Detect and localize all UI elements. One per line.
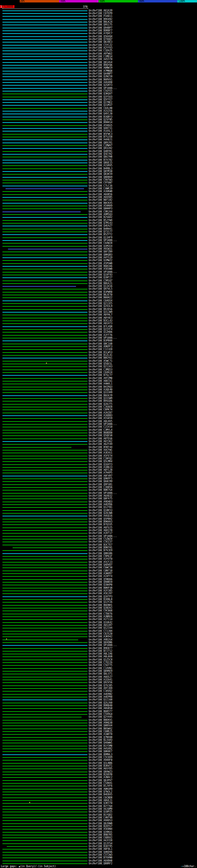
alignment-bar[interactable] bbox=[2, 680, 88, 680]
alignment-bar[interactable] bbox=[2, 315, 88, 315]
alignment-bar[interactable] bbox=[2, 731, 88, 732]
hit-label[interactable]: UniRef100_A4A8J1 bbox=[89, 138, 112, 141]
hit-label[interactable]: UniRef100_Q1N4P0 bbox=[89, 584, 112, 586]
hit-label[interactable]: UniRef100_B2T7Q4 bbox=[89, 805, 112, 808]
alignment-bar[interactable] bbox=[2, 286, 76, 287]
alignment-bar[interactable] bbox=[2, 280, 88, 281]
hit-label[interactable]: UniRef100_Q6VQN6 bbox=[89, 641, 112, 644]
hit-label[interactable]: UniRef100_A3VZ87 bbox=[89, 412, 112, 414]
alignment-bar[interactable] bbox=[2, 677, 88, 677]
alignment-bar[interactable] bbox=[2, 289, 88, 289]
alignment-bar[interactable] bbox=[2, 760, 88, 761]
alignment-bar[interactable] bbox=[2, 97, 88, 97]
hit-label[interactable]: UniRef100_C5U775 bbox=[89, 664, 112, 666]
alignment-bar[interactable] bbox=[2, 843, 88, 844]
alignment-bar[interactable] bbox=[2, 10, 88, 11]
hit-label[interactable]: UniRef100_B2S6D2 bbox=[89, 216, 112, 219]
alignment-bar[interactable] bbox=[2, 493, 88, 494]
hit-label[interactable]: UniRef100_B7GLT7 bbox=[89, 374, 112, 377]
alignment-bar[interactable] bbox=[2, 191, 88, 192]
hit-label[interactable]: UniRef100_A6SYD5 bbox=[89, 768, 112, 770]
alignment-bar[interactable] bbox=[2, 54, 88, 54]
hit-label[interactable]: UniRef100_Q8KGB6 bbox=[89, 552, 112, 555]
alignment-bar[interactable] bbox=[2, 177, 88, 178]
alignment-bar[interactable] bbox=[2, 263, 88, 264]
hit-label[interactable]: UniRef100_UP1000... bbox=[89, 271, 117, 273]
hit-label[interactable]: UniRef100_C1MD14 bbox=[89, 55, 112, 58]
hit-label[interactable]: UniRef100_Q211E5 bbox=[89, 302, 112, 305]
alignment-bar[interactable] bbox=[2, 614, 88, 614]
alignment-bar[interactable] bbox=[2, 125, 88, 126]
hit-label[interactable]: UniRef100_Q7XQQ7 bbox=[89, 38, 112, 41]
hit-label[interactable]: UniRef100_C3G6E8 bbox=[89, 406, 112, 408]
alignment-bar[interactable] bbox=[2, 203, 88, 204]
alignment-bar[interactable] bbox=[2, 481, 88, 482]
hit-label[interactable]: UniRef100_Q014G4 bbox=[89, 61, 112, 64]
alignment-bar[interactable] bbox=[2, 530, 88, 531]
hit-label[interactable]: UniRef100_A9ADS3 bbox=[89, 819, 112, 822]
alignment-bar[interactable] bbox=[2, 783, 88, 784]
alignment-bar[interactable] bbox=[2, 401, 88, 402]
hit-label[interactable]: UniRef100_P34011 bbox=[89, 15, 112, 18]
hit-label[interactable]: UniRef100_Q8XWZ3 bbox=[89, 771, 112, 773]
alignment-bar[interactable] bbox=[2, 160, 88, 160]
hit-label[interactable]: UniRef100_B8GXJ1 bbox=[89, 282, 112, 285]
hit-label[interactable]: UniRef100_Q0FA75 bbox=[89, 498, 112, 500]
hit-label[interactable]: UniRef100_B9SGD6 bbox=[89, 400, 112, 402]
alignment-bar[interactable] bbox=[2, 323, 88, 324]
hit-label[interactable]: UniRef100_A6D1Y0 bbox=[89, 529, 112, 532]
hit-label[interactable]: UniRef100_Q1NT27 bbox=[89, 277, 112, 279]
hit-label[interactable]: UniRef100_A3UDB3 bbox=[89, 414, 112, 417]
hit-label[interactable]: UniRef100_B7J712 bbox=[89, 650, 112, 652]
hit-label[interactable]: UniRef100_A3VT17 bbox=[89, 532, 112, 534]
hit-label[interactable]: UniRef100_A9EHD3 bbox=[89, 501, 112, 503]
alignment-bar[interactable] bbox=[2, 438, 88, 439]
alignment-bar[interactable] bbox=[2, 723, 88, 723]
hit-label[interactable]: UniRef100_C5ZWZV bbox=[89, 538, 112, 540]
hit-label[interactable]: UniRef100_C5CQV9 bbox=[89, 756, 112, 759]
alignment-bar[interactable] bbox=[2, 19, 88, 20]
alignment-bar[interactable] bbox=[2, 553, 88, 554]
alignment-bar[interactable] bbox=[2, 128, 88, 129]
alignment-bar[interactable] bbox=[2, 48, 88, 48]
alignment-bar[interactable] bbox=[2, 585, 88, 585]
alignment-bar[interactable] bbox=[2, 212, 80, 212]
alignment-bar[interactable] bbox=[2, 358, 88, 359]
hit-label[interactable]: UniRef100_Q8YM30 bbox=[89, 170, 112, 173]
alignment-bar[interactable] bbox=[2, 94, 88, 94]
hit-label[interactable]: UniRef100_Q39KU1 bbox=[89, 831, 112, 834]
hit-label[interactable]: UniRef100_C9T6N7 bbox=[89, 182, 112, 184]
hit-label[interactable]: UniRef100_C6AW28 bbox=[89, 242, 112, 245]
alignment-bar[interactable] bbox=[2, 387, 88, 388]
hit-label[interactable]: UniRef100_B6B166 bbox=[89, 265, 112, 268]
hit-label[interactable]: UniRef100_Q333H9 bbox=[89, 391, 112, 394]
hit-label[interactable]: UniRef100_Q4EAZ7 bbox=[89, 225, 112, 227]
hit-label[interactable]: UniRef100_A5S859 bbox=[89, 417, 112, 420]
alignment-bar[interactable] bbox=[2, 691, 88, 691]
hit-label[interactable]: UniRef100_A3YT76 bbox=[89, 334, 112, 337]
hit-label[interactable]: UniRef100_B9MHL3 bbox=[89, 753, 112, 756]
hit-label[interactable]: UniRef100_B2UEP8 bbox=[89, 773, 112, 776]
hit-label[interactable]: UniRef100_C5YCZ2 bbox=[89, 44, 112, 46]
alignment-bar[interactable] bbox=[2, 76, 88, 77]
hit-label[interactable]: UniRef100_Q13YS4 bbox=[89, 842, 112, 845]
hit-label[interactable]: UniRef100_A3WVR7 bbox=[89, 572, 112, 575]
hit-label[interactable]: UniRef100_Q2GRY3 bbox=[89, 84, 112, 87]
hit-label[interactable]: UniRef100_Q83K59 bbox=[89, 173, 112, 176]
hit-label[interactable]: UniRef100_Q6FZB9 bbox=[89, 251, 112, 253]
hit-label[interactable]: UniRef100_B4RBL3 bbox=[89, 167, 112, 170]
hit-label[interactable]: UniRef100_B3PB88 bbox=[89, 340, 112, 342]
hit-label[interactable]: UniRef100_UP1000... bbox=[89, 492, 117, 495]
alignment-bar[interactable] bbox=[2, 45, 88, 45]
hit-label[interactable]: UniRef100_B8GY61 bbox=[89, 357, 112, 359]
hit-label[interactable]: UniRef100_B1KT95 bbox=[89, 845, 112, 848]
alignment-bar[interactable] bbox=[2, 654, 88, 654]
alignment-bar[interactable] bbox=[2, 496, 88, 496]
hit-label[interactable]: UniRef100_Q1LNB6 bbox=[89, 762, 112, 765]
hit-label[interactable]: UniRef100_C1MWV7 bbox=[89, 145, 112, 147]
alignment-bar[interactable] bbox=[2, 435, 88, 436]
alignment-bar[interactable] bbox=[2, 180, 88, 180]
alignment-bar[interactable] bbox=[2, 398, 88, 399]
hit-label[interactable]: UniRef100_A1VFF4 bbox=[89, 575, 112, 578]
alignment-bar[interactable] bbox=[2, 421, 88, 422]
